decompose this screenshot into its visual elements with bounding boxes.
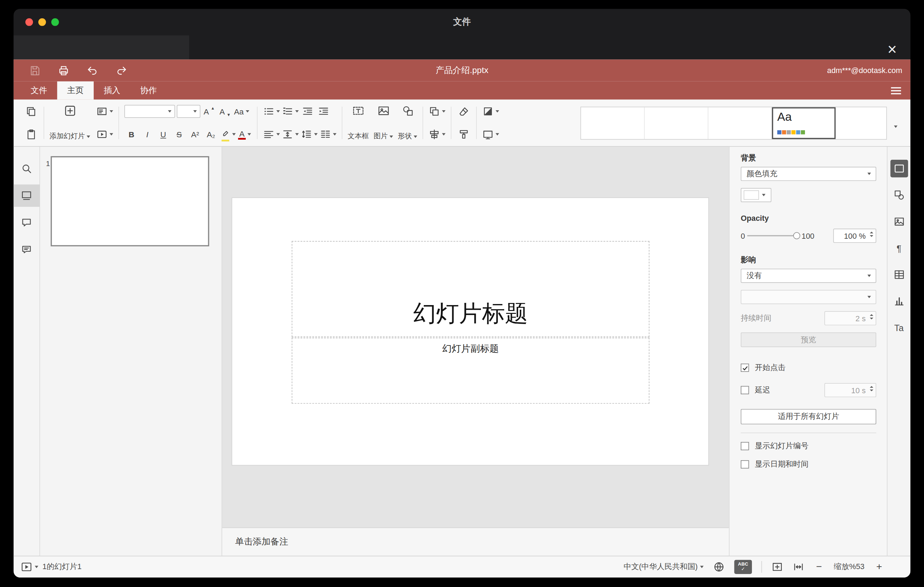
change-case-button[interactable]: Aa [234,104,249,118]
theme-tile-2[interactable] [645,107,708,139]
background-panel [14,35,189,60]
zoom-in-button[interactable]: + [874,561,884,573]
bold-button[interactable]: B [124,127,138,142]
decrease-indent-button[interactable] [300,104,315,118]
decrease-font-button[interactable]: A▼ [218,104,232,118]
show-date-time-checkbox[interactable] [741,460,749,469]
print-icon [58,64,69,76]
slides-panel-button[interactable] [14,184,40,207]
show-slide-number-checkbox[interactable] [741,442,749,450]
font-name-combo[interactable] [124,105,175,118]
copy-style-icon [458,129,470,140]
align-left-icon [263,129,275,140]
zoom-out-button[interactable]: − [814,561,824,573]
layout-slideshow-column [96,104,114,142]
slide-thumbnail[interactable] [51,156,209,246]
chart-settings-button[interactable] [890,292,908,310]
opacity-slider[interactable] [747,232,799,240]
start-slideshow-button[interactable] [96,127,114,142]
tab-file[interactable]: 文件 [21,81,57,100]
chat-icon [21,244,33,256]
font-color-button[interactable]: A [237,127,251,142]
tab-collaboration[interactable]: 协作 [130,81,167,100]
notes-input[interactable]: 单击添加备注 [222,527,729,556]
align-shapes-button[interactable] [428,127,446,142]
close-icon[interactable]: × [883,41,901,58]
add-slide-button[interactable]: 添加幻灯片 [50,104,90,142]
language-button[interactable]: 中文(中华人民共和国) [624,562,703,572]
insert-textbox-button[interactable]: 文本框 [348,104,369,142]
table-settings-button[interactable] [890,266,908,283]
theme-tile-empty[interactable] [835,107,886,139]
copy-button[interactable] [24,104,38,118]
chat-button[interactable] [14,239,40,261]
background-fill-select[interactable]: 颜色填充 [741,167,876,181]
columns-icon [320,129,332,140]
tab-insert[interactable]: 插入 [94,81,130,100]
theme-tile-3[interactable] [708,107,772,139]
line-spacing-button[interactable] [300,127,318,142]
menu-icon[interactable] [891,87,901,94]
apply-to-all-slides-button[interactable]: 适用于所有幻灯片 [741,409,876,424]
minimize-window-button[interactable] [38,18,46,26]
columns-button[interactable] [320,127,337,142]
paste-button[interactable] [24,127,38,142]
fit-slide-button[interactable] [771,561,783,573]
maximize-window-button[interactable] [51,18,59,26]
color-swatch [744,190,759,200]
image-settings-button[interactable] [890,213,908,230]
subscript-button[interactable]: A₂ [204,127,218,142]
spellcheck-button[interactable]: ABC ✓ [734,560,752,574]
strikethrough-button[interactable]: S [172,127,186,142]
slide-layout-button[interactable] [96,104,114,118]
save-button[interactable] [28,63,42,77]
bullets-button[interactable] [263,104,280,118]
horizontal-align-button[interactable] [263,127,280,142]
vertical-align-button[interactable] [282,127,299,142]
fit-width-button[interactable] [793,561,805,573]
numbering-button[interactable] [282,104,299,118]
close-window-button[interactable] [25,18,33,26]
subtitle-placeholder[interactable]: 幻灯片副标题 [292,338,650,404]
slide[interactable]: 幻灯片标题 幻灯片副标题 [232,198,708,465]
highlight-color-button[interactable] [220,127,236,142]
background-color-picker[interactable] [741,188,771,202]
increase-font-button[interactable]: A▲ [202,104,216,118]
spin-arrows[interactable] [870,232,873,237]
superscript-button[interactable]: A² [188,127,202,142]
comments-button[interactable] [14,212,40,234]
slide-canvas[interactable]: 幻灯片标题 幻灯片副标题 [222,147,729,527]
opacity-spin[interactable]: 100 % [833,229,876,242]
arrange-button[interactable] [428,104,446,118]
underline-button[interactable]: U [156,127,170,142]
tab-home[interactable]: 主页 [57,81,94,100]
italic-button[interactable]: I [140,127,154,142]
insert-shape-button[interactable]: 形状 [398,104,417,142]
insert-image-button[interactable]: 图片 [373,104,393,142]
copy-style-button[interactable] [457,127,471,142]
increase-indent-button[interactable] [316,104,330,118]
title-placeholder[interactable]: 幻灯片标题 [292,241,650,337]
theme-tile-1[interactable] [581,107,645,139]
theme-gallery-expand-button[interactable] [894,121,897,130]
paragraph-settings-button[interactable]: ¶ [890,239,908,257]
shape-settings-button[interactable] [890,186,908,204]
clear-style-button[interactable] [457,104,471,118]
text-art-settings-button[interactable]: Ta [890,319,908,336]
search-button[interactable] [14,157,40,180]
theme-tile-selected[interactable]: Aa [772,107,835,139]
delay-checkbox[interactable] [741,386,749,394]
shape-fill-button[interactable] [482,104,499,118]
effect-select[interactable]: 没有 [741,269,876,283]
undo-button[interactable] [85,63,99,77]
redo-button[interactable] [114,63,129,77]
document-language-button[interactable] [713,561,725,573]
start-on-click-checkbox[interactable] [741,364,749,372]
print-button[interactable] [56,63,71,77]
slide-size-button[interactable] [482,127,499,142]
font-size-combo[interactable] [177,105,200,118]
slider-handle[interactable] [794,232,800,239]
slide-settings-button[interactable] [890,160,908,177]
start-slideshow-status-button[interactable] [21,561,38,573]
divider [761,561,762,573]
